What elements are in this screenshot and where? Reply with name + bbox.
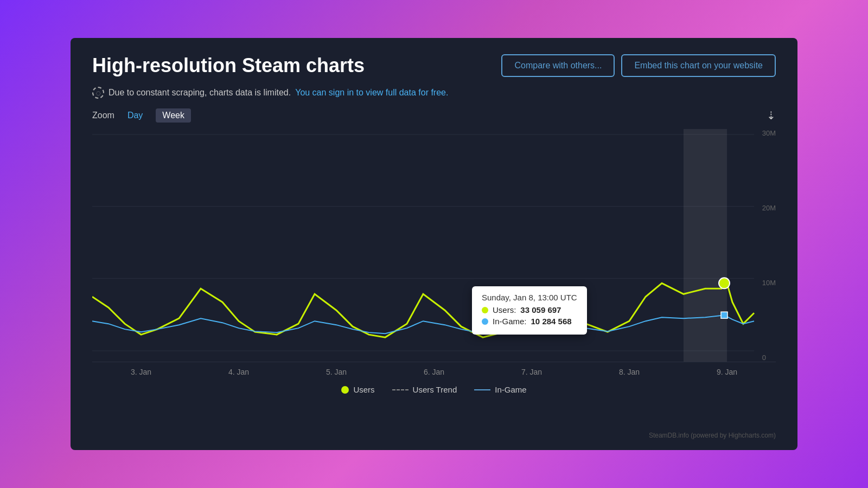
legend: Users Users Trend In-Game	[92, 385, 776, 394]
notice-text: Due to constant scraping, charts data is…	[108, 88, 291, 98]
x-label-3jan: 3. Jan	[92, 368, 190, 376]
zoom-day-button[interactable]: Day	[123, 108, 147, 123]
header: High-resolution Steam charts Compare wit…	[92, 54, 776, 77]
svg-rect-6	[721, 312, 727, 318]
x-label-5jan: 5. Jan	[288, 368, 385, 376]
x-label-4jan: 4. Jan	[190, 368, 288, 376]
compare-button[interactable]: Compare with others...	[501, 54, 615, 77]
download-button[interactable]: ⇣	[767, 109, 776, 122]
chart-area: 30M 20M 10M 0 Sunday, Jan 8, 13	[92, 129, 776, 362]
x-label-7jan: 7. Jan	[483, 368, 580, 376]
x-label-8jan: 8. Jan	[580, 368, 678, 376]
legend-users-label: Users	[353, 385, 374, 394]
legend-users-trend: Users Trend	[392, 385, 457, 394]
x-label-9jan: 9. Jan	[678, 368, 776, 376]
sign-in-link[interactable]: You can sign in to view full data for fr…	[295, 88, 448, 98]
svg-point-5	[719, 278, 730, 288]
legend-users-trend-label: Users Trend	[413, 385, 457, 394]
zoom-label: Zoom	[92, 111, 114, 120]
svg-rect-4	[684, 129, 727, 362]
zoom-bar: Zoom Day Week ⇣	[92, 108, 776, 123]
chart-container: High-resolution Steam charts Compare wit…	[71, 38, 797, 450]
header-buttons: Compare with others... Embed this chart …	[501, 54, 776, 77]
legend-users: Users	[341, 385, 374, 394]
legend-ingame: In-Game	[474, 385, 526, 394]
embed-button[interactable]: Embed this chart on your website	[621, 54, 776, 77]
legend-users-dot	[341, 386, 349, 394]
zoom-week-button[interactable]: Week	[156, 108, 191, 123]
legend-trend-line	[392, 389, 409, 390]
x-label-6jan: 6. Jan	[385, 368, 483, 376]
x-axis-labels: 3. Jan 4. Jan 5. Jan 6. Jan 7. Jan 8. Ja…	[92, 362, 776, 376]
legend-ingame-label: In-Game	[495, 385, 526, 394]
legend-ingame-line	[474, 389, 490, 390]
watermark: SteamDB.info (powered by Highcharts.com)	[649, 432, 776, 439]
notice-icon: ◌	[92, 87, 104, 99]
page-title: High-resolution Steam charts	[92, 54, 365, 77]
notice-bar: ◌ Due to constant scraping, charts data …	[92, 87, 776, 99]
chart-svg	[92, 129, 776, 362]
